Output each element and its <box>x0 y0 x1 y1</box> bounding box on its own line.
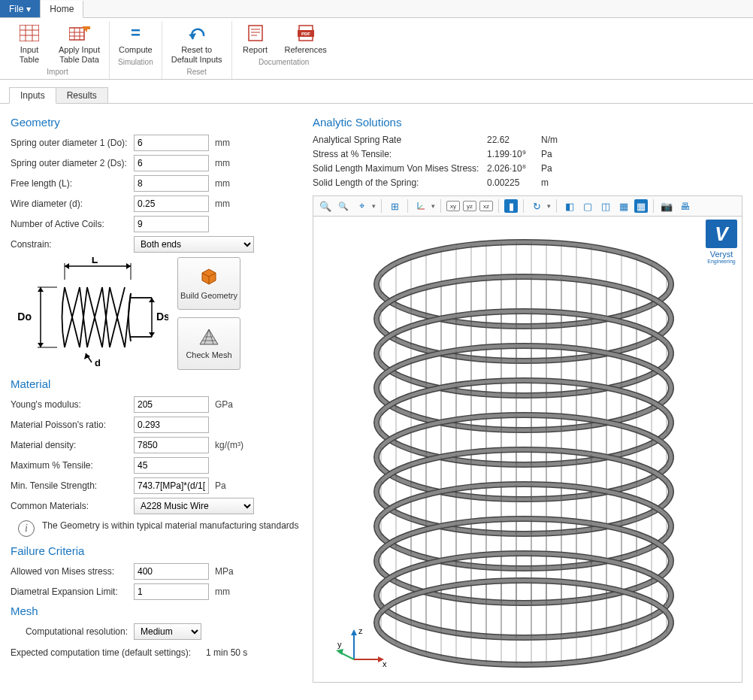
time-val: 1 min 50 s <box>206 647 247 658</box>
cm-select[interactable]: A228 Music Wire <box>134 498 254 514</box>
svg-text:Ds: Ds <box>156 311 168 323</box>
dropdown-icon[interactable]: ▾ <box>372 202 376 210</box>
ts-unit: Pa <box>215 480 226 491</box>
de-input[interactable] <box>134 583 209 600</box>
print-icon[interactable]: 🖶 <box>677 198 692 214</box>
transparency-icon[interactable]: ◫ <box>598 198 613 214</box>
de-label: Diametral Expansion Limit: <box>11 586 134 597</box>
cm-label: Common Materials: <box>11 501 134 511</box>
compute-button[interactable]: = Compute <box>116 21 156 56</box>
d-unit: mm <box>215 198 230 209</box>
right-panel: Analytic Solutions Analytical Spring Rat… <box>313 111 742 683</box>
mt-input[interactable] <box>134 457 209 474</box>
menu-file-label: File <box>9 4 23 14</box>
material-title: Material <box>11 377 304 390</box>
select-icon[interactable]: ◧ <box>562 198 577 214</box>
pdf-icon: PDF <box>295 23 316 44</box>
svg-text:PDF: PDF <box>301 32 310 36</box>
ds-label: Spring outer diameter 2 (Ds): <box>11 158 134 168</box>
rotate-icon[interactable]: ↻ <box>529 198 544 214</box>
l-input[interactable] <box>134 175 209 192</box>
svg-text:d: d <box>95 357 101 368</box>
do-label: Spring outer diameter 1 (Do): <box>11 138 134 148</box>
svg-rect-10 <box>249 26 262 41</box>
pr-input[interactable] <box>134 417 209 433</box>
ribbon-group-import-label: Import <box>47 66 68 79</box>
hide-icon[interactable]: ▢ <box>580 198 595 214</box>
vm-input[interactable] <box>134 563 209 580</box>
zoom-box-icon[interactable]: ⌖ <box>354 198 369 214</box>
do-unit: mm <box>215 138 230 148</box>
an-label-1: Stress at % Tensile: <box>313 149 487 159</box>
menubar: File ▾ Home <box>0 0 753 18</box>
ds-input[interactable] <box>134 155 209 171</box>
an-val-2: 2.026·10⁸ <box>487 163 541 174</box>
axis-triad-icon[interactable] <box>413 198 428 214</box>
de-unit: mm <box>215 586 230 597</box>
n-input[interactable] <box>134 216 209 232</box>
den-input[interactable] <box>134 437 209 453</box>
ribbon-group-reset: Reset to Default Inputs Reset <box>162 21 232 79</box>
zoom-in-icon[interactable]: 🔍 <box>318 198 333 214</box>
veryst-logo: V Veryst Engineering <box>706 220 737 264</box>
spring-diagram: L Do Ds <box>11 257 168 370</box>
n-label: Number of Active Coils: <box>11 219 134 229</box>
mesh-title: Mesh <box>11 605 304 617</box>
svg-line-33 <box>418 205 422 209</box>
den-label: Material density: <box>11 440 134 450</box>
res-label: Computational resolution: <box>11 626 134 637</box>
build-geometry-button[interactable]: Build Geometry <box>177 257 240 310</box>
menu-home-label: Home <box>50 4 74 14</box>
material-info-text: The Geometry is within typical material … <box>42 520 298 532</box>
graphics-canvas[interactable]: V Veryst Engineering <box>313 217 742 683</box>
reset-default-button[interactable]: Reset to Default Inputs <box>168 21 225 66</box>
view-yz-button[interactable]: yz <box>463 201 476 211</box>
apply-input-table-data-button[interactable]: Apply Input Table Data <box>56 21 103 66</box>
pr-label: Material Poisson's ratio: <box>11 420 134 430</box>
an-label-3: Solid Length of the Spring: <box>313 177 487 188</box>
view-xz-button[interactable]: xz <box>479 201 493 211</box>
input-table-button[interactable]: Input Table <box>12 21 47 66</box>
zoom-out-icon[interactable]: 🔍 <box>336 198 351 214</box>
check-mesh-button[interactable]: Check Mesh <box>177 317 240 370</box>
ts-input[interactable] <box>134 477 209 494</box>
l-label: Free length (L): <box>11 178 134 189</box>
dropdown-icon: ▾ <box>26 4 31 14</box>
constrain-label: Constrain: <box>11 239 134 250</box>
do-input[interactable] <box>134 135 209 151</box>
scene-light-icon[interactable]: ▦ <box>634 199 648 213</box>
wireframe-icon[interactable]: ▦ <box>616 198 631 214</box>
ribbon-group-simulation-label: Simulation <box>118 56 153 69</box>
report-button[interactable]: Report <box>238 21 273 56</box>
ds-unit: mm <box>215 158 230 168</box>
ym-input[interactable] <box>134 396 209 413</box>
an-unit-1: Pa <box>541 149 579 159</box>
an-label-2: Solid Length Maximum Von Mises Stress: <box>313 163 487 174</box>
den-unit: kg/(m³) <box>215 440 243 450</box>
menu-file[interactable]: File ▾ <box>0 0 41 17</box>
ribbon-group-documentation: Report PDF References Documentation <box>232 21 336 79</box>
camera-icon[interactable]: 📷 <box>659 198 674 214</box>
references-button[interactable]: PDF References <box>282 21 330 56</box>
constrain-select[interactable]: Both ends <box>134 236 254 253</box>
menu-home[interactable]: Home <box>41 1 83 18</box>
dropdown-icon[interactable]: ▾ <box>547 202 551 210</box>
res-select[interactable]: Medium <box>134 623 201 640</box>
tab-inputs[interactable]: Inputs <box>9 87 56 104</box>
compute-icon: = <box>125 23 146 44</box>
mesh-icon <box>198 328 219 346</box>
tab-results[interactable]: Results <box>56 87 108 104</box>
an-label-0: Analytical Spring Rate <box>313 135 487 145</box>
l-unit: mm <box>215 178 230 189</box>
mt-label: Maximum % Tensile: <box>11 460 134 471</box>
an-unit-3: m <box>541 177 579 188</box>
d-input[interactable] <box>134 195 209 212</box>
svg-text:z: z <box>358 626 363 635</box>
report-icon <box>245 23 266 44</box>
dropdown-icon[interactable]: ▾ <box>431 202 435 210</box>
ym-label: Young's modulus: <box>11 399 134 410</box>
zoom-extents-icon[interactable]: ⊞ <box>387 198 402 214</box>
default-view-icon[interactable]: ▮ <box>504 199 518 213</box>
left-panel: Geometry Spring outer diameter 1 (Do): m… <box>11 111 304 683</box>
view-xy-button[interactable]: xy <box>446 201 460 211</box>
